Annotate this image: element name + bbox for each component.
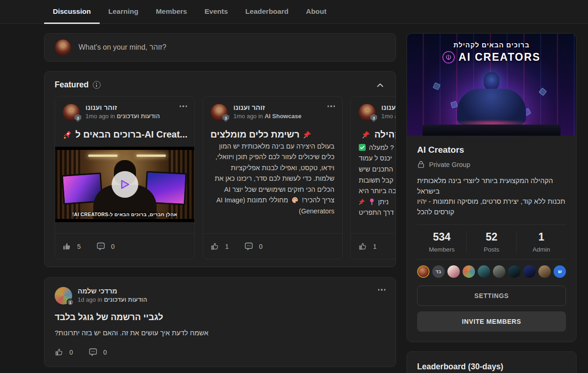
member-avatar[interactable]: ש xyxy=(554,265,566,278)
featured-card-welcome[interactable]: 3 זוהר וענונו 1mo ago in הודעות ועדכונים… xyxy=(55,96,195,259)
author-avatar[interactable]: 1 xyxy=(55,287,72,304)
comment-button[interactable]: 0 xyxy=(244,242,263,251)
group-sidebar: ברוכים הבאים לקהילת AI CREATORS AI Creat… xyxy=(407,33,577,373)
tab-about[interactable]: About xyxy=(297,0,335,24)
more-options-icon[interactable] xyxy=(378,287,386,293)
play-icon xyxy=(120,179,130,190)
comment-button[interactable]: 0 xyxy=(96,242,115,251)
author-name[interactable]: זוהר וענונו xyxy=(381,103,396,111)
level-badge: 3 xyxy=(222,114,229,122)
group-stats: 534 Members 52 Posts 1 Admin xyxy=(417,225,566,259)
thumbs-up-icon xyxy=(210,242,219,251)
like-button[interactable]: 5 xyxy=(62,242,81,251)
lock-icon xyxy=(417,161,425,168)
banner-welcome-text: ברוכים הבאים לקהילת xyxy=(407,41,576,49)
level-badge: 1 xyxy=(67,298,74,306)
banner-title-row: AI CREATORS xyxy=(407,51,576,63)
member-avatar[interactable] xyxy=(417,265,430,278)
post-title: ברוכים הבאים ל-AI Creat... xyxy=(55,129,194,140)
invite-members-button[interactable]: INVITE MEMBERS xyxy=(417,311,566,332)
comment-icon xyxy=(244,242,253,251)
check-mark-icon xyxy=(359,144,366,151)
post-body: אשמח לדעת איך עושים את זה. והאם יש בזה י… xyxy=(55,329,385,337)
privacy-label: Private Group xyxy=(429,161,470,168)
tab-members[interactable]: Members xyxy=(147,0,196,24)
leaderboard-title: Leaderboard (30-days) xyxy=(417,362,566,372)
round-pin-icon xyxy=(369,198,375,205)
more-options-icon[interactable] xyxy=(180,103,187,109)
play-button[interactable] xyxy=(112,171,138,198)
featured-section: Featured 3 זוהר וענונו xyxy=(44,71,396,267)
post-card[interactable]: 1 מרדכי שלמה 1d ago in הודעות ועדכונים ל… xyxy=(44,277,396,367)
featured-card-tools[interactable]: 3 זוהר וענונו 1mo ago in AI Showcase רשי… xyxy=(203,96,343,259)
post-meta: 1mo ago in הודעות ועדכונים xyxy=(85,113,174,120)
author-name[interactable]: זוהר וענונו xyxy=(233,103,322,111)
member-avatar[interactable] xyxy=(508,265,520,278)
level-badge: 3 xyxy=(370,114,377,122)
thumbs-up-icon xyxy=(358,242,367,251)
author-avatar[interactable]: 3 xyxy=(62,103,80,121)
category-link[interactable]: הודעות ועדכונים xyxy=(117,113,160,120)
thumbs-up-icon xyxy=(62,242,71,251)
featured-cards-row: 3 זוהר וענונו 1mo ago in הודעות ועדכונים… xyxy=(55,96,395,259)
pushpin-icon xyxy=(362,130,371,139)
more-options-icon[interactable] xyxy=(328,103,335,109)
banner-group-name: AI CREATORS xyxy=(458,51,540,63)
featured-header: Featured xyxy=(55,80,385,90)
group-banner-image: ברוכים הבאים לקהילת AI CREATORS xyxy=(407,34,576,136)
member-avatar[interactable] xyxy=(478,265,490,278)
category-link[interactable]: הודעות ועדכונים xyxy=(104,296,147,303)
tab-leaderboard[interactable]: Leaderboard xyxy=(237,0,297,24)
author-avatar[interactable]: 3 xyxy=(210,103,228,121)
featured-card-community[interactable]: 3 זוהר וענונו 1mo ago in קהילה xyxy=(351,96,396,259)
post-title: לגביי הרשמה של גוגל בלבד xyxy=(55,312,385,322)
tab-discussion[interactable]: Discussion xyxy=(44,0,100,24)
video-thumbnail[interactable]: אהלן חברים, ברוכים הבאים ל-AI CREATORS! xyxy=(55,147,194,222)
member-avatar[interactable] xyxy=(523,265,536,278)
info-icon[interactable] xyxy=(93,81,101,89)
member-avatar[interactable] xyxy=(463,265,475,278)
member-avatar[interactable] xyxy=(447,265,460,278)
post-meta: 1mo ago in xyxy=(381,113,396,120)
page-content: What's on your mind, זוהר? Featured xyxy=(0,24,588,373)
category-link[interactable]: AI Showcase xyxy=(265,113,301,120)
top-navigation: Discussion Learning Members Events Leade… xyxy=(0,0,588,24)
post-meta: 1d ago in הודעות ועדכונים xyxy=(78,296,373,303)
tab-learning[interactable]: Learning xyxy=(100,0,147,24)
chevron-up-icon xyxy=(377,83,384,87)
post-meta: 1mo ago in AI Showcase xyxy=(233,113,322,120)
group-name: AI Creators xyxy=(417,145,566,155)
author-name[interactable]: מרדכי שלמה xyxy=(78,287,373,295)
like-button[interactable]: 0 xyxy=(55,348,73,356)
group-about-card: ברוכים הבאים לקהילת AI CREATORS AI Creat… xyxy=(407,33,577,342)
current-user-avatar[interactable] xyxy=(55,39,71,56)
comment-icon xyxy=(96,242,105,251)
tab-events[interactable]: Events xyxy=(196,0,237,24)
member-avatar[interactable] xyxy=(538,265,551,278)
pushpin-icon xyxy=(359,198,366,205)
collapse-featured-button[interactable] xyxy=(375,81,385,89)
author-name[interactable]: זוהר וענונו xyxy=(85,103,174,111)
comment-button[interactable]: 0 xyxy=(89,348,107,356)
comment-icon xyxy=(89,348,97,356)
level-badge: 3 xyxy=(74,114,81,122)
pushpin-icon xyxy=(303,130,312,139)
thumbs-up-icon xyxy=(55,348,63,356)
post-title: רשימת כלים מומלצים xyxy=(203,129,342,140)
palette-icon xyxy=(291,196,299,204)
featured-title: Featured xyxy=(55,80,89,90)
post-body: בעולם היצירה עם בינה מלאכותית יש המון כל… xyxy=(203,140,342,217)
like-button[interactable]: 1 xyxy=(358,242,377,251)
stat-members: 534 Members xyxy=(417,231,466,253)
post-title: קהילה xyxy=(351,129,396,140)
rocket-icon xyxy=(62,130,72,139)
member-avatar[interactable] xyxy=(493,265,505,278)
settings-button[interactable]: SETTINGS xyxy=(417,286,566,306)
author-avatar[interactable]: 3 xyxy=(358,103,376,121)
post-composer[interactable]: What's on your mind, זוהר? xyxy=(44,33,396,62)
video-caption: אהלן חברים, ברוכים הבאים ל-AI CREATORS! xyxy=(55,212,194,217)
member-avatar[interactable]: בד xyxy=(432,265,445,278)
like-button[interactable]: 1 xyxy=(210,242,229,251)
main-column: What's on your mind, זוהר? Featured xyxy=(44,33,396,367)
leaderboard-card: Leaderboard (30-days) xyxy=(407,351,577,373)
